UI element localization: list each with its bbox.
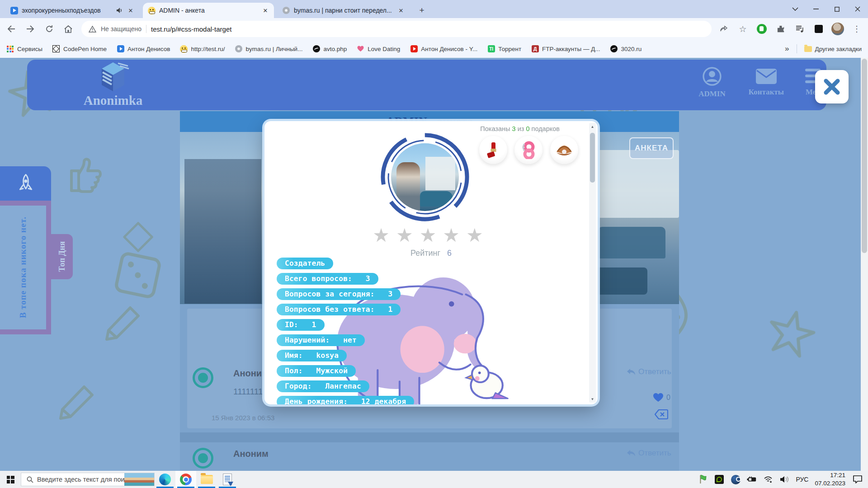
scroll-down-icon[interactable]: ▼ — [589, 395, 596, 403]
tab-2-active[interactable]: ADMIN - анкета ✕ — [143, 3, 274, 18]
tray-battery-icon[interactable] — [747, 474, 757, 484]
share-icon[interactable] — [716, 21, 731, 37]
scroll-up-icon[interactable]: ▲ — [589, 123, 596, 130]
modal-close-button[interactable] — [815, 70, 849, 103]
new-tab-button[interactable]: + — [416, 5, 428, 16]
gift-lipstick-icon[interactable] — [479, 136, 507, 164]
system-tray: РУС 17:21 07.02.2023 — [698, 471, 868, 488]
page-scrollbar[interactable] — [861, 58, 868, 471]
reply-button[interactable]: Ответить — [627, 449, 671, 458]
maximize-button[interactable] — [826, 0, 847, 18]
tab-close-icon[interactable]: ✕ — [261, 6, 269, 14]
reload-button[interactable] — [42, 21, 57, 37]
language-indicator[interactable]: РУС — [796, 476, 808, 483]
close-window-button[interactable] — [847, 0, 868, 18]
screen: эхопрокуренныхподъездов ✕ ADMIN - анкета… — [0, 0, 868, 488]
torrent-icon: TI — [487, 45, 495, 53]
taskbar-notepad-icon[interactable] — [217, 471, 238, 488]
gifts-caption-text: Показаны — [480, 125, 510, 132]
security-label: Не защищено — [101, 25, 142, 33]
gifts-caption: Показаны 3 из 0 подарков — [480, 125, 560, 132]
tray-wifi-icon[interactable] — [763, 474, 773, 484]
clock-time: 17:21 — [815, 471, 845, 479]
bookmark-star-icon[interactable]: ☆ — [735, 21, 750, 37]
extensions-puzzle-icon[interactable] — [773, 21, 788, 37]
bookmark-bymas[interactable]: bymas.ru | Личный... — [235, 45, 302, 53]
tab-close-icon[interactable]: ✕ — [127, 6, 135, 14]
gift-handcuffs-icon[interactable] — [514, 136, 542, 164]
bookmarks-overflow-chevron[interactable]: » — [785, 44, 789, 53]
tray-nvidia-icon[interactable] — [714, 474, 724, 484]
reply-button[interactable]: Ответить — [627, 367, 671, 376]
star-icon[interactable]: ★ — [466, 225, 490, 246]
like-button[interactable]: 0 — [653, 393, 670, 402]
sidebar-top-day-tab[interactable]: Топ Дня — [51, 234, 73, 279]
bookmark-ftp[interactable]: Д FTP-аккаунты — Д... — [531, 45, 600, 53]
bookmark-love-dating[interactable]: Love Dating — [357, 45, 400, 53]
browser-menu-icon[interactable]: ⋮ — [849, 21, 864, 37]
not-secure-warning-icon[interactable] — [89, 26, 96, 33]
notification-center-icon[interactable] — [852, 474, 863, 484]
bookmark-testru[interactable]: http://test.ru/ — [180, 45, 225, 53]
minimize-button[interactable] — [806, 0, 826, 18]
site-logo[interactable]: Anonimka — [70, 61, 156, 108]
taskbar-chrome-icon[interactable] — [175, 471, 196, 488]
modal-scrollbar[interactable]: ▲ ▼ — [589, 123, 596, 403]
rating-value: 6 — [447, 249, 452, 258]
other-bookmarks-label: Другие закладки — [815, 46, 862, 52]
bookmark-label: avto.php — [323, 46, 347, 52]
rating-stars[interactable]: ★★★★★ — [264, 224, 598, 246]
adblock-extension-icon[interactable] — [754, 21, 769, 37]
tray-flag-icon[interactable] — [698, 474, 708, 484]
bookmark-anton-youtube[interactable]: Антон Денисов - Y... — [410, 45, 477, 53]
bookmark-torrent[interactable]: TI Торрент — [487, 45, 521, 53]
forward-button[interactable] — [23, 21, 38, 37]
bookmark-services[interactable]: Сервисы — [6, 45, 42, 53]
folder-icon — [804, 45, 812, 53]
gifts-caption-text: из — [518, 125, 524, 132]
scrollbar-thumb[interactable] — [590, 133, 595, 183]
nav-contacts[interactable]: Контакты — [741, 67, 791, 97]
taskbar-search-input[interactable]: Введите здесь текст для поиска — [21, 473, 155, 486]
sidebar-rocket-tab[interactable] — [0, 166, 51, 201]
bookmark-3020[interactable]: 3020.ru — [610, 45, 642, 53]
taskbar-edge-icon[interactable] — [155, 471, 175, 488]
tab-audio-icon[interactable] — [116, 7, 123, 14]
profile-avatar-photo[interactable] — [391, 143, 459, 211]
page-scrollbar-thumb[interactable] — [862, 59, 867, 253]
nav-admin[interactable]: ADMIN — [687, 67, 737, 99]
tray-steam-icon[interactable] — [731, 474, 741, 484]
playlist-extension-icon[interactable] — [792, 21, 807, 37]
profile-avatar[interactable] — [830, 21, 845, 37]
delete-comment-icon[interactable] — [655, 409, 668, 420]
tray-volume-icon[interactable] — [779, 474, 789, 484]
search-highlight-image[interactable] — [124, 473, 154, 486]
tab-search-chevron-icon[interactable] — [785, 0, 806, 18]
anketa-button[interactable]: АНКЕТА — [629, 137, 674, 159]
star-icon[interactable]: ★ — [443, 225, 466, 246]
bookmark-anton-denisov[interactable]: Антон Денисов — [117, 45, 170, 53]
star-icon[interactable]: ★ — [373, 225, 396, 246]
tab-close-icon[interactable]: ✕ — [397, 6, 405, 14]
gift-pearl-shell-icon[interactable] — [550, 136, 578, 164]
like-count: 0 — [666, 394, 670, 402]
clock-date: 07.02.2023 — [815, 479, 845, 488]
taskbar-clock[interactable]: 17:21 07.02.2023 — [815, 471, 845, 488]
taskbar-explorer-icon[interactable] — [196, 471, 217, 488]
star-icon[interactable]: ★ — [396, 225, 420, 246]
stat-pill-city: Город: Лангепас — [277, 380, 369, 392]
stat-pill-birthday: День рождения: 12 декабря — [277, 396, 414, 404]
tab-3[interactable]: bymas.ru | парни стоит передел... ✕ — [278, 3, 410, 18]
start-button[interactable] — [0, 471, 21, 488]
back-button[interactable] — [4, 21, 19, 37]
star-icon[interactable]: ★ — [420, 225, 443, 246]
other-bookmarks-folder[interactable]: Другие закладки — [804, 45, 862, 53]
bookmark-avto[interactable]: avto.php — [312, 45, 347, 53]
search-placeholder: Введите здесь текст для поиска — [37, 476, 135, 483]
address-bar[interactable]: Не защищено test.ru/p/#css-modal-target — [81, 21, 712, 37]
home-button[interactable] — [61, 21, 76, 37]
bookmark-label: http://test.ru/ — [191, 46, 225, 52]
black-square-extension-icon[interactable] — [811, 21, 826, 37]
tab-1[interactable]: эхопрокуренныхподъездов ✕ — [5, 3, 139, 18]
bookmark-codepen[interactable]: CodePen Home — [52, 45, 107, 53]
